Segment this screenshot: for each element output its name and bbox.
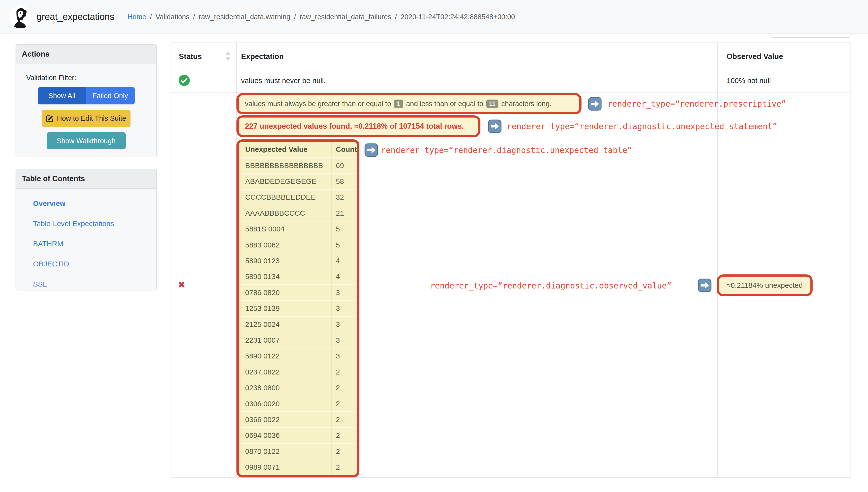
- toc-item-ssl[interactable]: SSL: [33, 280, 156, 288]
- header-divider: [172, 69, 850, 69]
- show-all-button[interactable]: Show All: [38, 87, 86, 104]
- breadcrumb-segment: 2020-11-24T02:24:42.888548+00:00: [400, 13, 515, 21]
- actions-panel-title: Actions: [16, 45, 156, 64]
- toc-item-objectid[interactable]: OBJECTID: [33, 260, 156, 268]
- breadcrumb-segment: raw_residential_data.warning: [199, 13, 290, 21]
- edit-suite-button[interactable]: How to Edit This Suite: [42, 110, 131, 127]
- app-title: great_expectations: [37, 11, 114, 22]
- breadcrumb-segments: / Validations / raw_residential_data.war…: [146, 13, 515, 21]
- observed-value-column-header: Observed Value: [727, 52, 783, 61]
- expectation-column-header: Expectation: [241, 52, 284, 61]
- validation-results-table: Status Expectation Observed Value values…: [171, 43, 851, 478]
- breadcrumb-separator: /: [150, 13, 152, 21]
- expectation-text: values must never be null.: [241, 76, 326, 85]
- sort-icon[interactable]: [225, 51, 231, 63]
- actions-panel: Actions Validation Filter: Show All Fail…: [16, 44, 157, 157]
- breadcrumb: Home / Validations / raw_residential_dat…: [127, 13, 515, 21]
- great-expectations-logo-icon: [9, 5, 32, 28]
- edit-suite-label: How to Edit This Suite: [57, 114, 126, 122]
- column-divider: [717, 43, 718, 477]
- breadcrumb-segment: Validations: [156, 13, 190, 21]
- breadcrumb-separator: /: [395, 13, 397, 21]
- toc-list: Overview Table-Level Expectations BATHRM…: [16, 189, 156, 288]
- toc-item-bathrm[interactable]: BATHRM: [33, 240, 156, 248]
- pencil-square-icon: [46, 115, 53, 122]
- breadcrumb-home-link[interactable]: Home: [127, 13, 146, 21]
- status-column-header: Status: [179, 52, 202, 61]
- breadcrumb-separator: /: [193, 13, 195, 21]
- validation-filter-label: Validation Filter:: [26, 74, 156, 82]
- toc-title: Table of Contents: [16, 169, 156, 189]
- breadcrumb-segment: raw_residential_data_failures: [300, 13, 391, 21]
- column-divider: [236, 43, 237, 477]
- row-divider: [172, 92, 850, 93]
- navbar: great_expectations Home / Validations / …: [0, 0, 868, 34]
- observed-value-text: 100% not null: [727, 76, 771, 85]
- breadcrumb-separator: /: [294, 13, 296, 21]
- failed-only-button[interactable]: Failed Only: [86, 87, 135, 104]
- table-of-contents-panel: Table of Contents Overview Table-Level E…: [16, 169, 157, 291]
- validation-filter-group: Show All Failed Only: [16, 87, 156, 104]
- toc-item-table-level-expectations[interactable]: Table-Level Expectations: [33, 220, 156, 228]
- success-check-icon: [179, 75, 190, 86]
- toc-item-overview[interactable]: Overview: [33, 199, 156, 207]
- failed-x-icon: ✖: [178, 280, 185, 290]
- show-walkthrough-button[interactable]: Show Walkthrough: [47, 132, 126, 149]
